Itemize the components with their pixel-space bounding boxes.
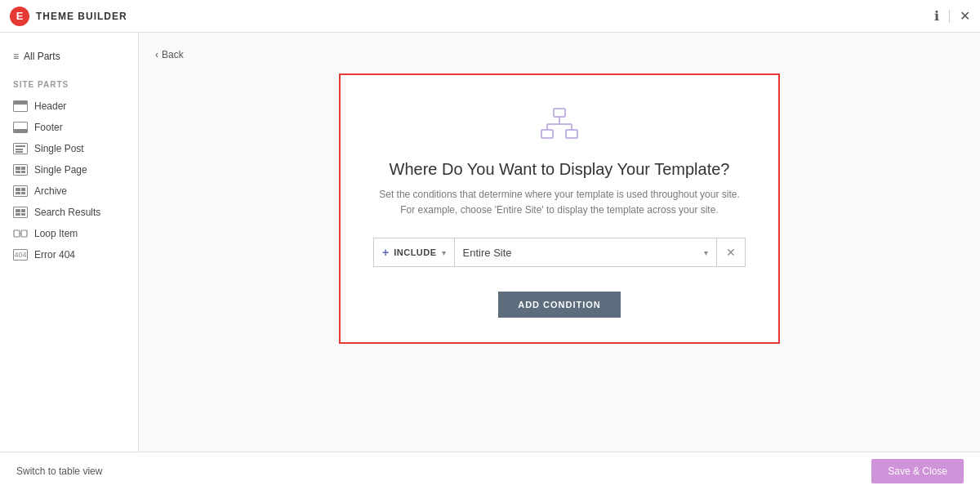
sidebar-item-label: Single Page xyxy=(34,164,87,176)
add-condition-button[interactable]: ADD CONDITION xyxy=(498,292,621,318)
single-post-icon xyxy=(13,143,28,154)
topbar: E THEME BUILDER ℹ ✕ xyxy=(0,0,980,33)
hamburger-icon: ≡ xyxy=(13,51,19,62)
condition-select-arrow-icon: ▾ xyxy=(704,248,708,257)
main-layout: ≡ All Parts SITE PARTS Header Footer Sin… xyxy=(0,33,980,452)
save-close-button[interactable]: Save & Close xyxy=(871,459,964,483)
card-title: Where Do You Want to Display Your Templa… xyxy=(390,160,730,179)
sidebar-item-single-post[interactable]: Single Post xyxy=(0,138,138,159)
svg-rect-5 xyxy=(566,130,577,138)
sitemap-icon xyxy=(540,108,579,144)
app-logo: E xyxy=(10,7,29,26)
sidebar-item-error-404[interactable]: 404 Error 404 xyxy=(0,244,138,265)
condition-select-value: Entire Site xyxy=(463,247,512,259)
sidebar-item-footer[interactable]: Footer xyxy=(0,117,138,138)
back-link[interactable]: ‹ Back xyxy=(155,49,184,60)
sidebar-item-label: Single Post xyxy=(34,143,84,154)
switch-table-link[interactable]: Switch to table view xyxy=(16,466,102,477)
info-icon[interactable]: ℹ xyxy=(934,10,939,23)
sidebar-item-label: Loop Item xyxy=(34,228,78,239)
sidebar-item-search-results[interactable]: Search Results xyxy=(0,202,138,223)
sidebar-item-label: Footer xyxy=(34,122,63,133)
close-icon[interactable]: ✕ xyxy=(960,10,970,23)
error-404-icon: 404 xyxy=(13,249,28,261)
sidebar-item-single-page[interactable]: Single Page xyxy=(0,159,138,180)
app-title: THEME BUILDER xyxy=(36,11,127,22)
sidebar-item-label: Search Results xyxy=(34,207,100,218)
sidebar-all-parts[interactable]: ≡ All Parts xyxy=(0,46,138,67)
sidebar-section-label: SITE PARTS xyxy=(0,80,138,89)
include-button[interactable]: + INCLUDE ▾ xyxy=(373,238,454,267)
card-subtitle: Set the conditions that determine where … xyxy=(379,187,740,218)
svg-rect-0 xyxy=(14,230,20,237)
sidebar-item-header[interactable]: Header xyxy=(0,96,138,117)
topbar-left: E THEME BUILDER xyxy=(10,7,127,26)
condition-row: + INCLUDE ▾ Entire Site ▾ ✕ xyxy=(373,238,746,267)
back-chevron-icon: ‹ xyxy=(155,49,158,60)
svg-rect-3 xyxy=(554,109,565,117)
sidebar-item-label: Header xyxy=(34,100,66,112)
archive-icon xyxy=(13,185,28,197)
search-results-icon xyxy=(13,207,28,218)
content-area: ‹ Back Whe xyxy=(139,33,980,452)
loop-item-icon xyxy=(13,228,28,239)
sidebar-item-archive[interactable]: Archive xyxy=(0,180,138,202)
condition-close-button[interactable]: ✕ xyxy=(716,238,746,267)
footer-icon xyxy=(13,122,28,133)
card-subtitle-line2: For example, choose 'Entire Site' to dis… xyxy=(400,204,718,216)
back-label: Back xyxy=(162,49,184,60)
condition-select[interactable]: Entire Site ▾ xyxy=(454,238,716,267)
single-page-icon xyxy=(13,164,28,176)
page-footer: Switch to table view Save & Close xyxy=(0,452,980,490)
svg-rect-4 xyxy=(541,130,553,138)
topbar-divider xyxy=(949,10,950,23)
card-subtitle-line1: Set the conditions that determine where … xyxy=(379,189,740,200)
sidebar-item-label: Archive xyxy=(34,185,67,197)
header-icon xyxy=(13,100,28,112)
include-label: INCLUDE xyxy=(394,247,436,257)
all-parts-label: All Parts xyxy=(24,51,60,62)
svg-rect-1 xyxy=(21,230,27,237)
condition-card: Where Do You Want to Display Your Templa… xyxy=(339,74,780,344)
sidebar-item-label: Error 404 xyxy=(34,249,75,261)
sidebar: ≡ All Parts SITE PARTS Header Footer Sin… xyxy=(0,33,139,452)
sidebar-item-loop-item[interactable]: Loop Item xyxy=(0,223,138,244)
close-x-icon: ✕ xyxy=(726,246,736,259)
topbar-right: ℹ ✕ xyxy=(934,10,970,23)
include-chevron-icon: ▾ xyxy=(442,248,446,257)
include-plus-icon: + xyxy=(382,246,389,259)
